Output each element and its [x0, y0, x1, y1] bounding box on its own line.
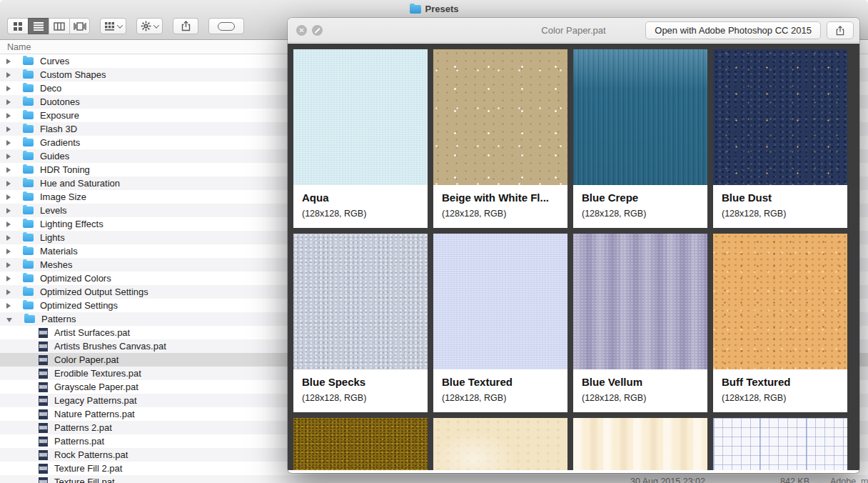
chevron-down-icon	[153, 22, 159, 28]
arrange-group-button[interactable]	[100, 18, 126, 34]
folder-icon	[24, 315, 35, 323]
pattern-swatch-image	[713, 49, 847, 185]
pattern-swatch-image	[573, 49, 707, 185]
disclosure-triangle-icon[interactable]	[6, 289, 11, 295]
action-gear-button[interactable]	[136, 18, 163, 34]
list-item-label: Artists Brushes Canvas.pat	[54, 339, 166, 353]
pattern-swatch-image	[293, 234, 428, 369]
folder-icon	[23, 274, 34, 282]
list-item-label: Flash 3D	[40, 122, 77, 136]
disclosure-triangle-icon[interactable]	[6, 208, 11, 214]
disclosure-triangle-icon[interactable]	[6, 126, 11, 132]
folder-icon	[23, 111, 34, 119]
share-icon	[181, 21, 191, 31]
pattern-name: Beige with White Fl...	[442, 191, 559, 204]
tag-button[interactable]	[208, 18, 244, 34]
quicklook-window: ✕ Color Paper.pat Open with Adobe Photos…	[288, 18, 859, 473]
pattern-info: (128x128, RGB)	[442, 209, 559, 219]
pattern-swatch-image	[433, 418, 567, 470]
pattern-swatch-card[interactable]: Beige with White Fl... (128x128, RGB)	[433, 49, 567, 228]
list-item-label: Nature Patterns.pat	[54, 407, 135, 421]
disclosure-triangle-icon[interactable]	[6, 167, 11, 173]
open-with-button[interactable]: Open with Adobe Photoshop CC 2015	[645, 21, 821, 39]
disclosure-triangle-icon[interactable]	[6, 113, 11, 119]
pattern-info: (128x128, RGB)	[582, 209, 699, 219]
disclosure-triangle-icon[interactable]	[6, 140, 11, 146]
folder-icon	[23, 98, 34, 106]
disclosure-triangle-icon[interactable]	[6, 154, 11, 159]
pattern-swatch-card[interactable]	[713, 418, 847, 470]
list-item-label: Legacy Patterns.pat	[54, 394, 137, 407]
disclosure-triangle-icon[interactable]	[6, 194, 11, 200]
folder-icon	[23, 220, 34, 228]
pattern-swatch-image	[293, 418, 428, 470]
pattern-swatch-card[interactable]: Buff Textured (128x128, RGB)	[713, 234, 847, 412]
pattern-swatch-card[interactable]	[293, 418, 428, 470]
pattern-swatch-card[interactable]	[433, 418, 567, 470]
kind-cell-overflow: m	[861, 475, 868, 483]
list-view-button[interactable]	[28, 18, 49, 34]
disclosure-triangle-icon[interactable]	[6, 303, 11, 309]
list-item-label: Lights	[40, 231, 65, 244]
list-item[interactable]: Texture Fill.pat 30 Aug 2015 23:02842 KB…	[0, 475, 868, 483]
pattern-swatch-card[interactable]: Blue Specks (128x128, RGB)	[293, 234, 428, 412]
share-button[interactable]	[173, 18, 198, 34]
pattern-info: (128x128, RGB)	[302, 393, 419, 403]
pattern-swatch-card[interactable]: Blue Dust (128x128, RGB)	[713, 49, 847, 228]
pattern-info: (128x128, RGB)	[722, 393, 839, 403]
pattern-file-icon	[39, 396, 48, 406]
quicklook-share-button[interactable]	[827, 21, 854, 39]
pattern-preview-area: Aqua (128x128, RGB) Beige with White Fl.…	[288, 44, 859, 470]
pattern-swatch-image	[573, 418, 707, 470]
finder-toolbar	[7, 18, 244, 34]
screen: Presets	[0, 0, 868, 483]
pattern-swatch-image	[433, 49, 567, 185]
pattern-swatch-card[interactable]: Blue Vellum (128x128, RGB)	[573, 234, 707, 412]
disclosure-triangle-icon[interactable]	[6, 318, 12, 322]
coverflow-view-button[interactable]	[69, 18, 90, 34]
icon-view-button[interactable]	[7, 18, 28, 34]
pattern-swatch-card[interactable]: Aqua (128x128, RGB)	[293, 49, 428, 228]
list-item-label: Duotones	[40, 95, 80, 109]
pattern-swatch-card[interactable]: Blue Textured (128x128, RGB)	[433, 234, 567, 412]
list-item-label: Grayscale Paper.pat	[54, 380, 138, 394]
list-item-label: Texture Fill 2.pat	[54, 462, 122, 475]
pattern-swatch-image	[433, 234, 567, 369]
list-item-label: HDR Toning	[40, 163, 90, 176]
disclosure-triangle-icon[interactable]	[6, 276, 11, 282]
disclosure-triangle-icon[interactable]	[6, 249, 11, 254]
pattern-swatch-image	[713, 234, 847, 369]
pattern-file-icon	[39, 369, 48, 379]
pattern-file-icon	[39, 477, 48, 483]
pattern-file-icon	[39, 355, 48, 365]
pattern-info: (128x128, RGB)	[582, 393, 699, 403]
pattern-info: (128x128, RGB)	[442, 393, 559, 403]
list-item-label: Rock Patterns.pat	[54, 448, 128, 462]
disclosure-triangle-icon[interactable]	[6, 59, 11, 64]
list-item-label: Optimized Output Settings	[40, 285, 148, 299]
disclosure-triangle-icon[interactable]	[6, 72, 11, 78]
disclosure-triangle-icon[interactable]	[6, 262, 11, 268]
pattern-swatch-card[interactable]	[573, 418, 707, 470]
pattern-name: Blue Specks	[302, 376, 419, 388]
disclosure-triangle-icon[interactable]	[6, 221, 11, 227]
disclosure-triangle-icon[interactable]	[6, 86, 11, 91]
disclosure-triangle-icon[interactable]	[6, 181, 11, 186]
folder-icon	[23, 179, 34, 187]
list-item-label: Custom Shapes	[40, 68, 106, 81]
disclosure-triangle-icon[interactable]	[6, 235, 11, 241]
pattern-name: Aqua	[302, 191, 419, 204]
list-item-label: Optimized Colors	[40, 272, 111, 285]
size-cell: 842 KB	[780, 475, 809, 483]
pattern-file-icon	[39, 423, 48, 433]
column-view-button[interactable]	[49, 18, 69, 34]
list-item-label: Lighting Effects	[40, 217, 104, 231]
list-item-label: Patterns.pat	[54, 434, 104, 448]
pattern-name: Buff Textured	[722, 376, 839, 388]
folder-icon	[23, 71, 34, 79]
disclosure-triangle-icon[interactable]	[6, 99, 11, 105]
pattern-swatch-card[interactable]: Blue Crepe (128x128, RGB)	[573, 49, 707, 228]
chevron-down-icon	[117, 22, 123, 28]
folder-icon	[23, 261, 34, 269]
list-item-label: Guides	[40, 149, 69, 163]
